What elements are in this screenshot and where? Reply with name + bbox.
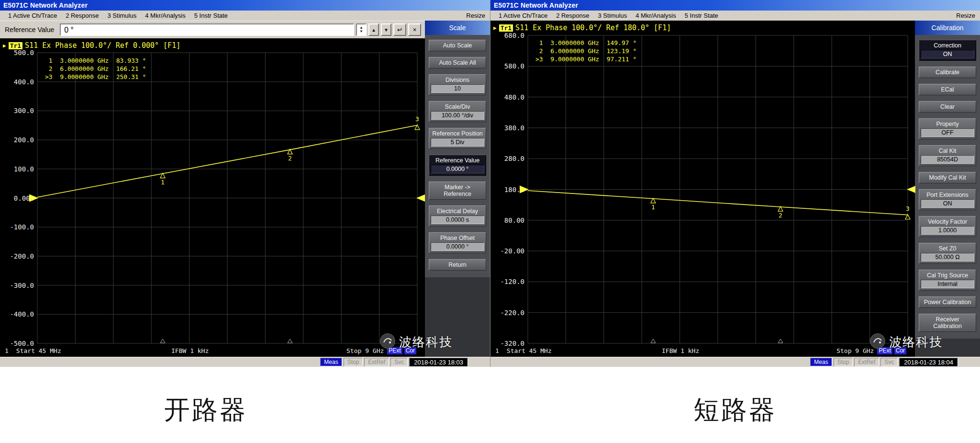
graph-area: 500.0400.0300.0200.0100.00.000-100.0-200… bbox=[0, 38, 425, 357]
softkey-label: Receiver Calibration bbox=[921, 316, 974, 329]
softkey-return[interactable]: Return bbox=[429, 259, 486, 271]
softkey-sidebar: Scale Auto ScaleAuto Scale AllDivisions1… bbox=[425, 21, 490, 357]
softkey-label: Velocity Factor bbox=[921, 218, 974, 225]
menu-5-instr-state[interactable]: 5 Instr State bbox=[190, 12, 232, 19]
svg-text:2: 2 bbox=[779, 212, 782, 219]
softkey-label: Auto Scale bbox=[431, 42, 484, 49]
softkey-menu-title: Calibration bbox=[915, 21, 980, 35]
softkey-label: Reference Position bbox=[431, 130, 484, 137]
softkey-phase-offset[interactable]: Phase Offset0.0000 ° bbox=[429, 232, 486, 253]
menu-2-response[interactable]: 2 Response bbox=[552, 12, 593, 19]
svg-text:2: 2 bbox=[288, 155, 292, 162]
softkey-receiver-calibration[interactable]: Receiver Calibration bbox=[919, 314, 976, 332]
menu-3-stimulus[interactable]: 3 Stimulus bbox=[103, 12, 141, 19]
marker-readout-line: >3 9.0000000 GHz 97.211 ° bbox=[535, 55, 636, 63]
window-titlebar[interactable]: E5071C Network Analyzer bbox=[490, 0, 980, 11]
softkey-port-extensions[interactable]: Port ExtensionsON bbox=[919, 189, 976, 210]
softkey-label: Calibrate bbox=[921, 69, 974, 76]
softkey-auto-scale-all[interactable]: Auto Scale All bbox=[429, 57, 486, 68]
step-down-button[interactable]: ▼ bbox=[381, 23, 391, 36]
menu-1-active-ch-trace[interactable]: 1 Active Ch/Trace bbox=[4, 12, 61, 19]
softkey-electrical-delay[interactable]: Electrical Delay0.0000 s bbox=[429, 205, 486, 227]
menu-4-mkr-analysis[interactable]: 4 Mkr/Analysis bbox=[141, 12, 190, 19]
softkey-scale-div[interactable]: Scale/Div100.00 °/div bbox=[429, 101, 486, 122]
softkey-correction[interactable]: CorrectionON bbox=[919, 40, 976, 61]
svg-text:580.0: 580.0 bbox=[504, 62, 524, 70]
spinner-down-icon[interactable]: ▼ bbox=[359, 30, 363, 34]
phase-chart: 680.0580.0480.0380.0280.0180.080.00-20.0… bbox=[490, 21, 915, 357]
softkey-label: Auto Scale All bbox=[431, 59, 484, 66]
status-meas: Meas bbox=[810, 358, 832, 366]
page: E5071C Network Analyzer 1 Active Ch/Trac… bbox=[0, 0, 980, 443]
menu-resize[interactable]: Resize bbox=[952, 12, 976, 19]
softkey-cal-trig-source[interactable]: Cal Trig SourceInternal bbox=[919, 270, 976, 291]
menu-3-stimulus[interactable]: 3 Stimulus bbox=[594, 12, 632, 19]
softkey-label: Electrical Delay bbox=[431, 208, 484, 215]
instrument-status-bar: MeasStopExtRefSvc2018-01-23 18:04 bbox=[490, 357, 980, 367]
softkey-auto-scale[interactable]: Auto Scale bbox=[429, 40, 486, 51]
watermark-logo-icon bbox=[379, 333, 396, 351]
menu-resize[interactable]: Resize bbox=[462, 12, 486, 19]
svg-text:300.0: 300.0 bbox=[14, 107, 34, 114]
softkey-label: Port Extensions bbox=[921, 192, 974, 198]
menu-2-response[interactable]: 2 Response bbox=[61, 12, 103, 19]
marker-readout: 1 3.0000000 GHz 149.97 ° 2 6.0000000 GHz… bbox=[535, 39, 636, 63]
svg-text:680.0: 680.0 bbox=[504, 32, 524, 39]
softkey-cal-kit[interactable]: Cal Kit85054D bbox=[919, 145, 976, 166]
softkey-value: 0.0000 s bbox=[431, 216, 484, 224]
entry-label: Reference Value bbox=[4, 26, 58, 34]
window-titlebar[interactable]: E5071C Network Analyzer bbox=[0, 0, 490, 11]
softkey-ecal[interactable]: ECal bbox=[919, 84, 976, 95]
entry-bar: Reference Value 0 ° ▲ ▼ ▲ ▼ ↵ × bbox=[0, 21, 425, 38]
entry-close-button[interactable]: × bbox=[408, 23, 421, 36]
softkey-set-z0[interactable]: Set Z050.000 Ω bbox=[919, 243, 976, 264]
start-frequency: Start 45 MHz bbox=[507, 347, 552, 354]
softkey-value: 5 Div bbox=[431, 138, 484, 147]
softkey-label: Phase Offset bbox=[431, 235, 484, 241]
softkey-label: Correction bbox=[921, 42, 974, 49]
softkey-reference-position[interactable]: Reference Position5 Div bbox=[429, 128, 486, 149]
svg-text:480.0: 480.0 bbox=[504, 93, 524, 101]
svg-text:-400.0: -400.0 bbox=[10, 310, 34, 318]
value-spinner[interactable]: ▲ ▼ bbox=[356, 23, 367, 36]
softkey-modify-cal-kit[interactable]: Modify Cal Kit bbox=[919, 172, 976, 183]
status-stop: Stop bbox=[834, 358, 853, 366]
softkey-marker-reference[interactable]: Marker -> Reference bbox=[429, 182, 486, 200]
channel-number: 1 bbox=[495, 347, 499, 354]
graph-column: Reference Value 0 ° ▲ ▼ ▲ ▼ ↵ × 500.0400… bbox=[0, 21, 425, 357]
marker-readout-line: >3 9.0000000 GHz 250.31 ° bbox=[45, 73, 146, 81]
softkey-label: Property bbox=[921, 121, 974, 127]
step-up-button[interactable]: ▲ bbox=[368, 23, 379, 36]
softkey-label: Clear bbox=[921, 103, 974, 110]
marker-readout: 1 3.0000000 GHz 83.933 ° 2 6.0000000 GHz… bbox=[45, 57, 146, 81]
analyzer-window-short-circuit: E5071C Network Analyzer 1 Active Ch/Trac… bbox=[490, 0, 980, 367]
status-datetime: 2018-01-23 18:04 bbox=[899, 358, 958, 367]
ifbw-label: IFBW 1 kHz bbox=[171, 347, 209, 354]
svg-text:-100.0: -100.0 bbox=[10, 223, 34, 231]
softkey-value: 0.0000 ° bbox=[431, 242, 484, 251]
menu-4-mkr-analysis[interactable]: 4 Mkr/Analysis bbox=[631, 12, 680, 19]
watermark-text: 波络科技 bbox=[889, 334, 943, 351]
stimulus-bar: 1 Start 45 MHz IFBW 1 kHz Stop 9 GHz PEx… bbox=[490, 346, 915, 355]
softkey-reference-value[interactable]: Reference Value0.0000 ° bbox=[429, 155, 486, 176]
softkey-value: 85054D bbox=[921, 155, 974, 164]
enter-button[interactable]: ↵ bbox=[393, 23, 406, 36]
menu-1-active-ch-trace[interactable]: 1 Active Ch/Trace bbox=[494, 12, 552, 19]
softkey-property[interactable]: PropertyOFF bbox=[919, 118, 976, 139]
softkey-clear[interactable]: Clear bbox=[919, 101, 976, 113]
softkey-power-calibration[interactable]: Power Calibration bbox=[919, 296, 976, 308]
softkey-divisions[interactable]: Divisions10 bbox=[429, 74, 486, 95]
trace-format-text: S11 Ex Phase 100.0°/ Ref 180.0° [F1] bbox=[515, 23, 671, 32]
softkey-value: 1.0000 bbox=[921, 226, 974, 235]
softkey-velocity-factor[interactable]: Velocity Factor1.0000 bbox=[919, 216, 976, 237]
channel-number: 1 bbox=[5, 347, 9, 354]
softkey-value: ON bbox=[921, 199, 974, 208]
svg-text:400.0: 400.0 bbox=[14, 78, 34, 86]
svg-text:280.0: 280.0 bbox=[504, 155, 524, 162]
reference-value-input[interactable]: 0 ° bbox=[60, 23, 354, 36]
caption-open-circuit: 开路器 bbox=[0, 393, 451, 428]
menu-5-instr-state[interactable]: 5 Instr State bbox=[680, 12, 723, 19]
analyzer-windows: E5071C Network Analyzer 1 Active Ch/Trac… bbox=[0, 0, 980, 367]
content-row: Reference Value 0 ° ▲ ▼ ▲ ▼ ↵ × 500.0400… bbox=[0, 21, 490, 357]
softkey-calibrate[interactable]: Calibrate bbox=[919, 67, 976, 78]
